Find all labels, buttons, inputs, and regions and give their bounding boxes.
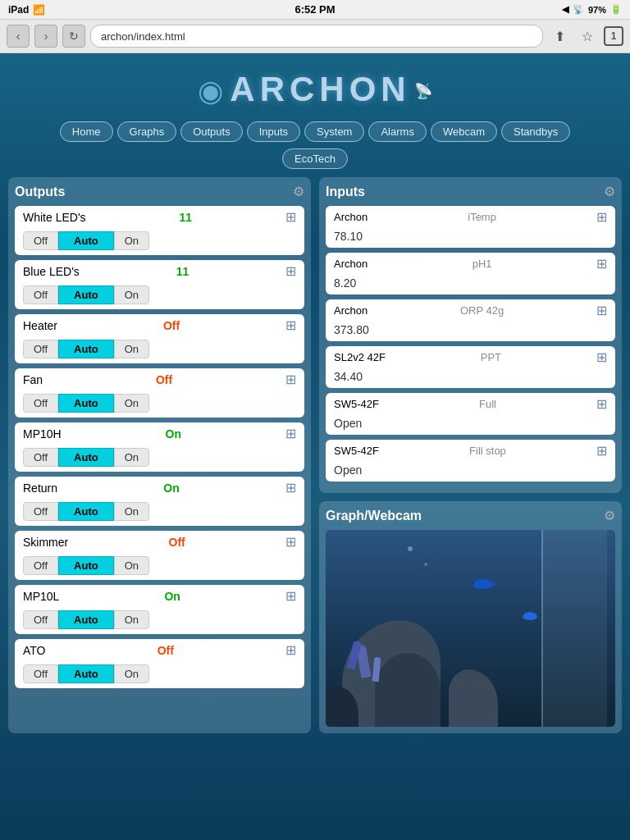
output-return: Return On ⊞ Off Auto On — [15, 477, 304, 526]
share-button[interactable]: ⬆ — [548, 25, 571, 48]
nav-outputs[interactable]: Outputs — [180, 121, 243, 142]
output-skimmer: Skimmer Off ⊞ Off Auto On — [15, 531, 304, 580]
filter-icon-heater[interactable]: ⊞ — [285, 317, 296, 333]
coral-scene — [326, 530, 615, 727]
skimmer-on-btn[interactable]: On — [114, 556, 149, 575]
mp10l-auto-btn[interactable]: Auto — [58, 610, 114, 629]
white-leds-off-btn[interactable]: Off — [23, 231, 58, 250]
output-name-heater: Heater — [23, 319, 57, 332]
mp10l-off-btn[interactable]: Off — [23, 610, 58, 629]
input-name-itemp: iTemp — [468, 211, 496, 223]
blue-leds-on-btn[interactable]: On — [114, 285, 149, 304]
nav-webcam[interactable]: Webcam — [431, 121, 497, 142]
skimmer-auto-btn[interactable]: Auto — [58, 556, 114, 575]
filter-icon-skimmer[interactable]: ⊞ — [285, 534, 296, 550]
signal-icon: 📡 — [573, 4, 584, 15]
nav-ecotech[interactable]: EcoTech — [282, 148, 348, 169]
output-name-fan: Fan — [23, 373, 43, 386]
input-value-sw5-full: Open — [326, 415, 615, 435]
output-fan: Fan Off ⊞ Off Auto On — [15, 368, 304, 418]
heater-off-btn[interactable]: Off — [23, 340, 58, 358]
output-mp10l: MP10L On ⊞ Off Auto On — [15, 585, 304, 634]
filter-icon-sw5-fillstop[interactable]: ⊞ — [596, 443, 607, 459]
input-name-sw5-full: Full — [479, 398, 496, 410]
tab-count[interactable]: 1 — [604, 26, 623, 46]
mp10h-on-btn[interactable]: On — [114, 448, 149, 467]
filter-icon-mp10h[interactable]: ⊞ — [285, 426, 296, 441]
input-itemp: Archon iTemp ⊞ 78.10 — [326, 206, 615, 248]
filter-icon-white-leds[interactable]: ⊞ — [285, 209, 296, 225]
input-sw5-full: SW5-42F Full ⊞ Open — [326, 393, 615, 435]
input-value-ph1: 8.20 — [326, 275, 615, 294]
nav-inputs[interactable]: Inputs — [247, 121, 300, 142]
reload-button[interactable]: ↻ — [62, 25, 85, 48]
input-source-sw5-fillstop: SW5-42F — [334, 445, 379, 457]
heater-auto-btn[interactable]: Auto — [58, 340, 114, 358]
outputs-gear-icon[interactable]: ⚙ — [293, 184, 304, 199]
output-ato: ATO Off ⊞ Off Auto On — [15, 639, 304, 688]
location-icon: ◀ — [562, 4, 568, 15]
inputs-gear-icon[interactable]: ⚙ — [604, 184, 615, 199]
page-content: ◉ ARCHON 📡 Home Graphs Outputs Inputs Sy… — [0, 53, 630, 742]
output-name-skimmer: Skimmer — [23, 536, 68, 549]
time-display: 6:52 PM — [294, 3, 335, 16]
ato-auto-btn[interactable]: Auto — [58, 664, 114, 683]
filter-icon-sw5-full[interactable]: ⊞ — [596, 396, 607, 412]
output-name-return: Return — [23, 482, 57, 495]
return-auto-btn[interactable]: Auto — [58, 502, 114, 521]
white-leds-auto-btn[interactable]: Auto — [58, 231, 114, 250]
output-status-blue-leds: 11 — [176, 265, 189, 278]
output-status-mp10l: On — [164, 590, 180, 603]
output-blue-leds: Blue LED's 11 ⊞ Off Auto On — [15, 260, 304, 309]
nav-home[interactable]: Home — [60, 121, 113, 142]
skimmer-off-btn[interactable]: Off — [23, 556, 58, 575]
nav-alarms[interactable]: Alarms — [368, 121, 426, 142]
return-on-btn[interactable]: On — [114, 502, 149, 521]
output-status-heater: Off — [163, 319, 180, 332]
url-bar[interactable]: archon/index.html — [90, 25, 543, 48]
inputs-panel: Inputs ⚙ Archon iTemp ⊞ 78.10 Archon — [319, 177, 622, 493]
nav-system[interactable]: System — [304, 121, 364, 142]
blue-leds-off-btn[interactable]: Off — [23, 285, 58, 304]
output-name-ato: ATO — [23, 644, 46, 657]
nav-graphs[interactable]: Graphs — [117, 121, 177, 142]
filter-icon-mp10l[interactable]: ⊞ — [285, 588, 296, 604]
mp10h-off-btn[interactable]: Off — [23, 448, 58, 467]
bookmark-button[interactable]: ☆ — [576, 25, 599, 48]
output-status-mp10h: On — [166, 427, 181, 441]
blue-leds-auto-btn[interactable]: Auto — [58, 285, 114, 304]
input-name-ppt: PPT — [481, 351, 501, 363]
filter-icon-ph1[interactable]: ⊞ — [596, 256, 607, 272]
fan-on-btn[interactable]: On — [114, 394, 149, 413]
fan-auto-btn[interactable]: Auto — [58, 394, 114, 413]
input-sw5-fillstop: SW5-42F Fill stop ⊞ Open — [326, 440, 615, 482]
mp10l-on-btn[interactable]: On — [114, 610, 149, 629]
graph-webcam-header: Graph/Webcam ⚙ — [326, 508, 615, 523]
output-status-return: On — [163, 482, 179, 495]
inputs-title: Inputs — [326, 185, 365, 199]
output-status-skimmer: Off — [169, 536, 185, 549]
ato-off-btn[interactable]: Off — [23, 664, 58, 683]
filter-icon-fan[interactable]: ⊞ — [285, 372, 296, 387]
filter-icon-blue-leds[interactable]: ⊞ — [285, 263, 296, 279]
heater-on-btn[interactable]: On — [114, 340, 149, 358]
nav-standbys[interactable]: Standbys — [501, 121, 570, 142]
back-button[interactable]: ‹ — [7, 25, 30, 48]
input-value-itemp: 78.10 — [326, 228, 615, 248]
filter-icon-orp[interactable]: ⊞ — [596, 303, 607, 318]
filter-icon-ato[interactable]: ⊞ — [285, 642, 296, 658]
filter-icon-itemp[interactable]: ⊞ — [596, 209, 607, 225]
battery-icon: 🔋 — [610, 4, 622, 15]
output-name-mp10l: MP10L — [23, 590, 59, 603]
aquarium-glass — [541, 530, 607, 727]
ato-on-btn[interactable]: On — [114, 664, 149, 683]
logo-text: ARCHON — [230, 70, 410, 108]
filter-icon-ppt[interactable]: ⊞ — [596, 349, 607, 365]
white-leds-on-btn[interactable]: On — [114, 231, 149, 250]
mp10h-auto-btn[interactable]: Auto — [58, 448, 114, 467]
return-off-btn[interactable]: Off — [23, 502, 58, 521]
graph-webcam-gear-icon[interactable]: ⚙ — [604, 508, 615, 523]
filter-icon-return[interactable]: ⊞ — [285, 480, 296, 495]
fan-off-btn[interactable]: Off — [23, 394, 58, 413]
forward-button[interactable]: › — [34, 25, 57, 48]
